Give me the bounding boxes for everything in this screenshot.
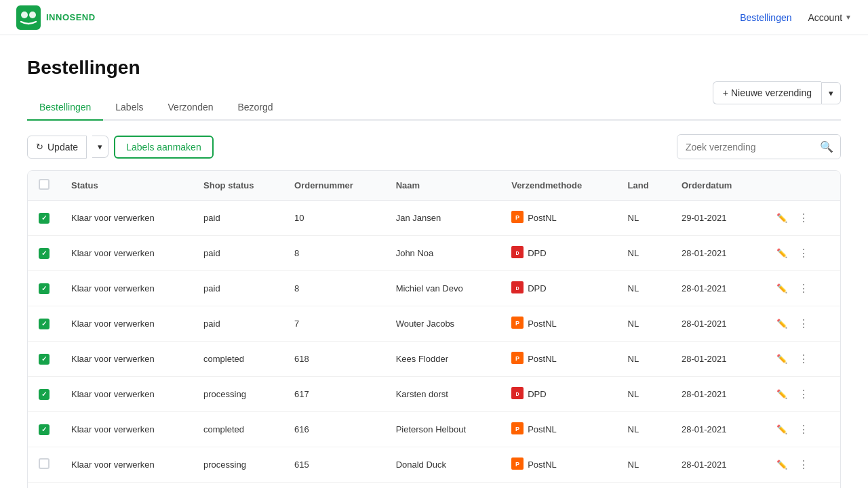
row-land: NL (617, 306, 671, 342)
svg-text:P: P (515, 355, 519, 362)
row-checkbox-7[interactable] (39, 458, 50, 469)
more-button[interactable]: ⋮ (794, 420, 813, 439)
table-row: Klaar voor verwerkenpaid8Michiel van Dev… (28, 271, 840, 306)
carrier-name: DPD (528, 389, 546, 399)
svg-rect-0 (16, 5, 41, 30)
row-order-nr: 617 (283, 377, 385, 412)
row-checkbox-4[interactable] (39, 354, 50, 365)
row-status: Klaar voor verwerken (60, 483, 193, 489)
row-shop-status: processing (193, 377, 283, 412)
row-date: 28-01-2021 (671, 306, 762, 342)
row-name: Karsten dorst (385, 377, 501, 412)
nieuwe-verzending-button[interactable]: + Nieuwe verzending (713, 81, 821, 104)
topnav: INNOSEND Bestellingen Account ▼ (0, 0, 868, 35)
search-icon: 🔍 (820, 141, 833, 152)
edit-button[interactable]: ✏️ (772, 457, 791, 472)
tab-verzonden[interactable]: Verzonden (156, 95, 226, 121)
row-actions-cell: ✏️⋮ (762, 306, 840, 342)
update-button[interactable]: ↻ Update (27, 136, 87, 159)
labels-aanmaken-button[interactable]: Labels aanmaken (114, 136, 214, 159)
more-button[interactable]: ⋮ (794, 279, 813, 298)
more-button[interactable]: ⋮ (794, 350, 813, 368)
carrier-name: PostNL (528, 460, 557, 470)
nav-right: Bestellingen Account ▼ (740, 12, 852, 23)
edit-button[interactable]: ✏️ (772, 316, 791, 331)
edit-icon: ✏️ (776, 213, 787, 223)
tab-labels[interactable]: Labels (103, 95, 155, 121)
more-icon: ⋮ (798, 283, 809, 294)
row-checkbox-2[interactable] (39, 283, 50, 294)
orders-table: Status Shop status Ordernummer Naam Verz… (28, 171, 840, 488)
row-name: Jan Jansen (385, 201, 501, 236)
svg-text:P: P (515, 214, 519, 221)
row-status: Klaar voor verwerken (60, 342, 193, 377)
row-order-nr: 7 (283, 306, 385, 342)
col-shop-status: Shop status (193, 171, 283, 201)
row-actions-cell: ✏️⋮ (762, 201, 840, 236)
tab-bezorgd[interactable]: Bezorgd (226, 95, 285, 121)
row-name: Michiel van Devo (385, 271, 501, 306)
nieuwe-verzending-caret[interactable]: ▾ (821, 82, 841, 104)
row-checkbox-6[interactable] (39, 424, 50, 435)
row-status: Klaar voor verwerken (60, 201, 193, 236)
col-actions (762, 171, 840, 201)
more-button[interactable]: ⋮ (794, 209, 813, 227)
row-shop-status: paid (193, 201, 283, 236)
more-button[interactable]: ⋮ (794, 314, 813, 333)
edit-button[interactable]: ✏️ (772, 210, 791, 226)
edit-button[interactable]: ✏️ (772, 386, 791, 402)
select-all-checkbox[interactable] (39, 179, 50, 190)
more-button[interactable]: ⋮ (794, 385, 813, 403)
row-shop-status: processing (193, 447, 283, 483)
row-date: 28-01-2021 (671, 377, 762, 412)
more-icon: ⋮ (798, 353, 809, 365)
svg-point-2 (29, 12, 36, 18)
search-input[interactable] (677, 136, 813, 158)
toolbar-left: ↻ Update ▾ Labels aanmaken (27, 136, 214, 159)
edit-button[interactable]: ✏️ (772, 422, 791, 437)
row-carrier: PPostNL (500, 201, 616, 236)
table-row: Klaar voor verwerkenpaid8John NoaDDPDNL2… (28, 236, 840, 271)
row-shop-status: completed (193, 483, 283, 489)
refresh-icon: ↻ (36, 142, 43, 152)
dpd-icon: D (511, 387, 524, 401)
more-button[interactable]: ⋮ (794, 455, 813, 474)
logo[interactable]: INNOSEND (16, 5, 96, 30)
row-checkbox-0[interactable] (39, 213, 50, 224)
row-carrier: PPostNL (500, 412, 616, 447)
row-checkbox-5[interactable] (39, 389, 50, 400)
page-title: Bestellingen (27, 57, 841, 79)
edit-button[interactable]: ✏️ (772, 351, 791, 367)
row-name: Kees Flodder (385, 342, 501, 377)
svg-point-1 (21, 12, 28, 18)
table-row: Klaar voor verwerkenprocessing615Donald … (28, 447, 840, 483)
row-checkbox-3[interactable] (39, 319, 50, 329)
nav-bestellingen[interactable]: Bestellingen (740, 12, 791, 23)
nav-account[interactable]: Account ▼ (808, 12, 852, 23)
row-shop-status: completed (193, 412, 283, 447)
tab-bestellingen[interactable]: Bestellingen (27, 95, 103, 121)
search-button[interactable]: 🔍 (813, 135, 840, 159)
account-label: Account (808, 12, 843, 23)
row-status: Klaar voor verwerken (60, 306, 193, 342)
row-carrier: DDPD (500, 271, 616, 306)
row-carrier: DDPD (500, 236, 616, 271)
row-checkbox-1[interactable] (39, 248, 50, 259)
svg-text:P: P (515, 426, 519, 432)
col-land: Land (617, 171, 671, 201)
more-button[interactable]: ⋮ (794, 244, 813, 262)
row-actions-cell: ✏️⋮ (762, 342, 840, 377)
update-caret[interactable]: ▾ (92, 136, 108, 158)
row-status: Klaar voor verwerken (60, 271, 193, 306)
postnl-icon: P (511, 458, 524, 472)
row-order-nr: 8 (283, 236, 385, 271)
carrier-name: PostNL (528, 213, 557, 223)
edit-button[interactable]: ✏️ (772, 245, 791, 261)
table-row: Klaar voor verwerkencompleted614Martijn … (28, 483, 840, 489)
table-row: Klaar voor verwerkenpaid7Wouter JacobsPP… (28, 306, 840, 342)
edit-button[interactable]: ✏️ (772, 281, 791, 296)
row-date: 28-01-2021 (671, 236, 762, 271)
carrier-name: DPD (528, 248, 546, 258)
svg-text:P: P (515, 320, 519, 327)
row-date: 29-01-2021 (671, 201, 762, 236)
